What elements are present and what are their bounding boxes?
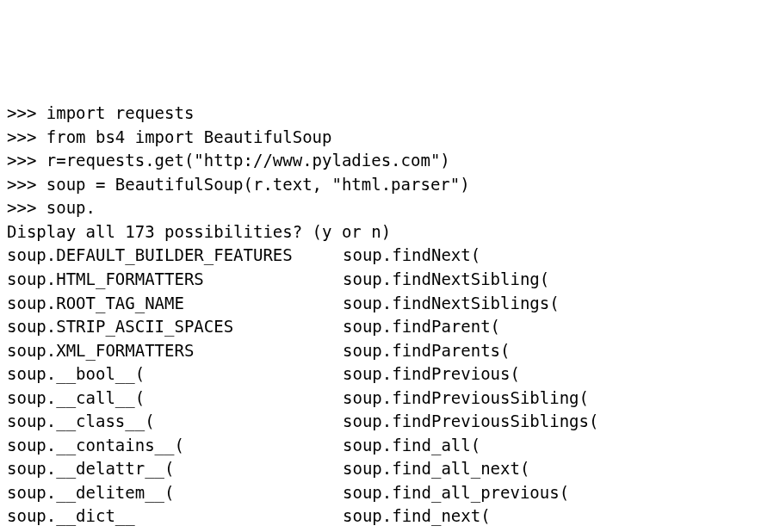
completion-item: soup.XML_FORMATTERS <box>7 339 343 363</box>
completion-item: soup.__dict__ <box>7 504 343 529</box>
repl-input-line-3: >>> soup = BeautifulSoup(r.text, "html.p… <box>7 173 773 197</box>
completion-item: soup.DEFAULT_BUILDER_FEATURES <box>7 244 343 268</box>
completion-item: soup.findNextSibling( <box>343 268 549 292</box>
completion-item: soup.__class__( <box>7 410 343 434</box>
completion-item: soup.ROOT_TAG_NAME <box>7 292 343 316</box>
completion-row: soup.__delitem__(soup.find_all_previous( <box>7 481 773 505</box>
completion-row: soup.__delattr__(soup.find_all_next( <box>7 457 773 481</box>
completion-row: soup.__call__(soup.findPreviousSibling( <box>7 387 773 411</box>
repl-input-line-4: >>> soup. <box>7 196 773 220</box>
repl-input-line-1: >>> from bs4 import BeautifulSoup <box>7 126 773 150</box>
completion-row: soup.HTML_FORMATTERSsoup.findNextSibling… <box>7 268 773 292</box>
completion-item: soup.__call__( <box>7 387 343 411</box>
repl-input-line-2: >>> r=requests.get("http://www.pyladies.… <box>7 149 773 173</box>
completion-item: soup.findPreviousSiblings( <box>343 410 598 434</box>
completion-item: soup.findNextSiblings( <box>343 292 560 316</box>
completion-row: soup.ROOT_TAG_NAMEsoup.findNextSiblings( <box>7 292 773 316</box>
completion-item: soup.findNext( <box>343 244 480 268</box>
completion-row: soup.__contains__(soup.find_all( <box>7 434 773 458</box>
completion-row: soup.__class__(soup.findPreviousSiblings… <box>7 410 773 434</box>
completion-item: soup.STRIP_ASCII_SPACES <box>7 315 343 339</box>
python-repl-terminal[interactable]: >>> import requests>>> from bs4 import B… <box>7 102 773 532</box>
completion-item: soup.__contains__( <box>7 434 343 458</box>
completion-item: soup.find_next_sibling( <box>343 529 569 532</box>
completion-item: soup.HTML_FORMATTERS <box>7 268 343 292</box>
completion-item: soup.__delattr__( <box>7 457 343 481</box>
completion-item: soup.findParent( <box>343 315 500 339</box>
completion-item: soup.find_next( <box>343 504 491 529</box>
completion-row: soup.__bool__(soup.findPrevious( <box>7 362 773 387</box>
repl-input-line-0: >>> import requests <box>7 102 773 126</box>
completion-item: soup.__delitem__( <box>7 481 343 505</box>
completion-row: soup.DEFAULT_BUILDER_FEATURESsoup.findNe… <box>7 244 773 268</box>
completion-item: soup.findPreviousSibling( <box>343 387 589 411</box>
completion-row: soup.STRIP_ASCII_SPACESsoup.findParent( <box>7 315 773 339</box>
completion-row: soup.__dir__(soup.find_next_sibling( <box>7 529 773 532</box>
completion-item: soup.find_all_previous( <box>343 481 569 505</box>
completion-row: soup.__dict__soup.find_next( <box>7 504 773 529</box>
completion-item: soup.find_all( <box>343 434 480 458</box>
completion-item: soup.findPrevious( <box>343 362 520 387</box>
display-all-prompt: Display all 173 possibilities? (y or n) <box>7 220 773 244</box>
completion-item: soup.__dir__( <box>7 529 343 532</box>
completion-item: soup.__bool__( <box>7 362 343 387</box>
completion-item: soup.findParents( <box>343 339 510 363</box>
completion-item: soup.find_all_next( <box>343 457 529 481</box>
completion-row: soup.XML_FORMATTERSsoup.findParents( <box>7 339 773 363</box>
